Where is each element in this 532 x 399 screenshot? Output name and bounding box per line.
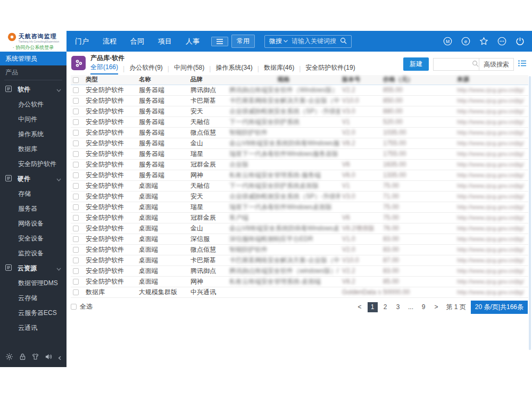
global-search-placeholder[interactable]: 请输入关键词搜 — [292, 37, 336, 46]
product-search-icon[interactable] — [472, 60, 479, 69]
sidebar-item-服务器[interactable]: 服务器 — [0, 201, 66, 216]
cell-desc: 客户端 — [227, 212, 340, 223]
sidebar-group-软件[interactable]: 软件 — [0, 82, 66, 97]
row-checkbox[interactable] — [73, 87, 79, 93]
page-size-badge[interactable]: 20 条/页|共166条 — [471, 301, 528, 314]
page-button-3[interactable]: 3 — [393, 302, 403, 312]
vertical-scrollbar[interactable] — [529, 76, 531, 350]
select-all-checkbox[interactable] — [73, 77, 79, 83]
row-checkbox[interactable] — [73, 257, 79, 263]
search-engine-chevron-icon — [284, 40, 288, 43]
sidebar-group-云资源[interactable]: 云资源 — [0, 261, 66, 276]
cell-version: V6 — [340, 212, 381, 223]
table-row: 安全防护软件桌面端网神私有云终端安全管理系统-桌面端V8.285.00http:… — [71, 276, 528, 287]
topbar-icons: M e — [443, 31, 525, 52]
nav-item-合同[interactable]: 合同 — [130, 37, 144, 46]
tab-安全防护软件(19)[interactable]: 安全防护软件(19) — [305, 63, 355, 74]
sidebar-item-数据管理DMS[interactable]: 数据管理DMS — [0, 276, 66, 290]
row-checkbox-cell — [71, 148, 84, 159]
page-button-2[interactable]: 2 — [380, 302, 390, 312]
select-all-footer-checkbox[interactable] — [71, 304, 77, 310]
oa-login-link[interactable]: · 协同办公系统登录 — [13, 44, 54, 51]
tab-操作系统(34)[interactable]: 操作系统(34) — [215, 63, 252, 74]
cell-name: 桌面端 — [137, 244, 188, 255]
nav-item-人事[interactable]: 人事 — [186, 37, 200, 46]
sidebar-group-硬件[interactable]: 硬件 — [0, 171, 66, 186]
row-checkbox[interactable] — [73, 130, 79, 136]
settings-gear-icon[interactable] — [5, 353, 13, 363]
row-checkbox[interactable] — [73, 226, 79, 231]
sidebar-item-云通讯[interactable]: 云通讯 — [0, 320, 66, 335]
enterprise-e-icon[interactable]: e — [461, 37, 470, 46]
cell-source: http://www.zjcg.gov.cn/jtg/ — [455, 212, 528, 223]
search-icon[interactable] — [340, 37, 347, 46]
row-checkbox[interactable] — [73, 119, 79, 125]
row-checkbox[interactable] — [73, 140, 79, 146]
page-button-...[interactable]: ... — [406, 302, 416, 312]
tab-办公软件(9)[interactable]: 办公软件(9) — [129, 63, 163, 74]
sidebar-item-存储[interactable]: 存储 — [0, 186, 66, 201]
row-checkbox[interactable] — [73, 268, 79, 274]
message-m-icon[interactable]: M — [443, 37, 452, 46]
lock-icon[interactable] — [19, 353, 27, 363]
tab-中间件(58)[interactable]: 中间件(58) — [174, 63, 204, 74]
row-checkbox[interactable] — [73, 215, 79, 221]
sidebar-item-办公软件[interactable]: 办公软件 — [0, 97, 66, 112]
cell-name: 服务器端 — [137, 106, 188, 117]
row-checkbox[interactable] — [73, 162, 79, 168]
sidebar-item-操作系统[interactable]: 操作系统 — [0, 127, 66, 142]
cell-version: V1 — [340, 117, 381, 127]
row-checkbox[interactable] — [73, 279, 79, 285]
tab-数据库(46)[interactable]: 数据库(46) — [264, 63, 294, 74]
nav-item-流程[interactable]: 流程 — [103, 37, 117, 46]
table-row: 安全防护软件服务器端冠群金辰企业版V61635.00http://www.zjc… — [71, 159, 528, 170]
sidebar-item-安全防护软件[interactable]: 安全防护软件 — [0, 156, 66, 171]
sidebar-item-云服务器ECS[interactable]: 云服务器ECS — [0, 305, 66, 320]
list-view-toggle-icon[interactable] — [518, 60, 527, 69]
new-button[interactable]: 新建 — [403, 57, 429, 71]
page-button-1[interactable]: 1 — [368, 302, 378, 312]
tab-全部(166)[interactable]: 全部(166) — [90, 63, 118, 74]
product-search-input[interactable] — [434, 61, 472, 68]
sidebar-item-网络设备[interactable]: 网络设备 — [0, 216, 66, 231]
search-engine-select[interactable]: 微搜 — [269, 37, 288, 46]
row-checkbox[interactable] — [73, 289, 79, 295]
global-search[interactable]: 微搜 请输入关键词搜 — [264, 35, 352, 48]
user-role-header[interactable]: 系统管理员 — [0, 52, 66, 65]
favorites-menu-button[interactable]: 常用 — [231, 35, 255, 48]
table-row: 安全防护软件服务器端安天企业级威胁检测安全系统（SP）-升级服务端V3.0880… — [71, 106, 528, 117]
power-logout-icon[interactable] — [516, 37, 525, 46]
sidebar-item-数据库[interactable]: 数据库 — [0, 142, 66, 156]
row-checkbox[interactable] — [73, 151, 79, 157]
cell-desc: 卡巴斯基网络安全解决方案-企业版（中小企业版KESB） - 桌面 — [227, 255, 340, 265]
advanced-search-button[interactable]: 高级搜索 — [479, 59, 513, 70]
row-checkbox[interactable] — [73, 183, 79, 189]
cell-brand: 卡巴斯基 — [188, 95, 227, 106]
row-checkbox[interactable] — [73, 204, 79, 210]
more-options-icon[interactable] — [497, 37, 506, 46]
row-checkbox[interactable] — [73, 194, 79, 200]
favorites-star-icon[interactable] — [479, 37, 488, 46]
row-checkbox[interactable] — [73, 98, 79, 104]
page-button-9[interactable]: 9 — [419, 302, 429, 312]
sidebar-item-云存储[interactable]: 云存储 — [0, 290, 66, 305]
page-button->[interactable]: > — [431, 302, 442, 312]
row-checkbox[interactable] — [73, 109, 79, 114]
collapse-arrow-icon[interactable] — [58, 353, 61, 362]
sidebar-item-安全设备[interactable]: 安全设备 — [0, 231, 66, 246]
hamburger-menu-icon[interactable] — [211, 37, 228, 46]
cell-version: V2.0 — [340, 127, 381, 138]
row-checkbox[interactable] — [73, 247, 79, 253]
table-row: 安全防护软件服务器端腾讯御点腾讯御点终端安全软件（Windows版）V2.285… — [71, 85, 528, 95]
sidebar-item-监控设备[interactable]: 监控设备 — [0, 246, 66, 261]
row-checkbox[interactable] — [73, 172, 79, 178]
sidebar-item-中间件[interactable]: 中间件 — [0, 112, 66, 127]
sound-speaker-icon[interactable] — [45, 353, 53, 363]
nav-item-门户[interactable]: 门户 — [75, 37, 89, 46]
module-icon — [5, 263, 12, 273]
theme-shirt-icon[interactable] — [31, 353, 39, 363]
row-checkbox[interactable] — [73, 236, 79, 242]
cell-source: http://www.zjcg.gov.cn/jtg/ — [455, 244, 528, 255]
nav-item-项目[interactable]: 项目 — [158, 37, 172, 46]
page-button-<[interactable]: < — [355, 302, 365, 312]
